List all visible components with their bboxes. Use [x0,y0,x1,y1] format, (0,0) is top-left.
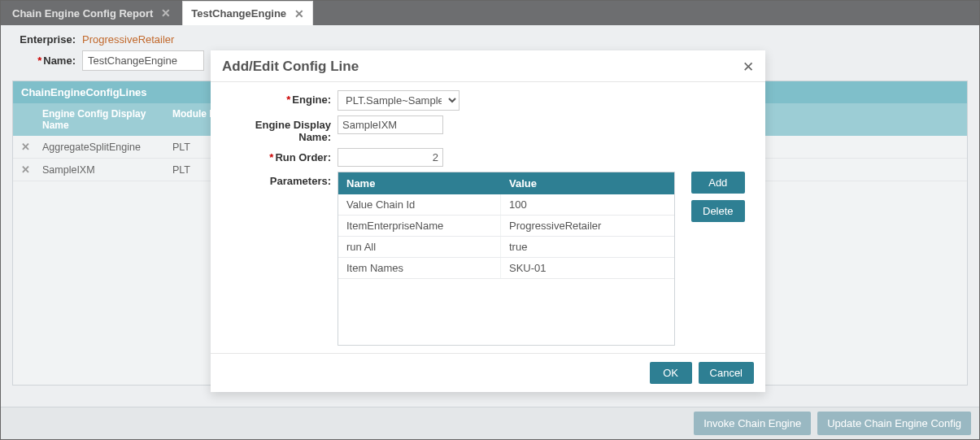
add-parameter-button[interactable]: Add [691,172,745,194]
dialog-footer: OK Cancel [211,353,765,392]
tab-bar: Chain Engine Config Report ✕ TestChangeE… [1,1,979,25]
delete-parameter-button[interactable]: Delete [691,200,745,222]
cell-display-name: AggregateSplitEngine [37,137,168,158]
field-enterprise: Enterprise: ProgressiveRetailer [12,33,968,46]
name-input[interactable] [82,50,204,71]
param-col-value[interactable]: Value [501,172,674,194]
label-parameters: Parameters: [224,172,338,187]
tab-testchangeengine[interactable]: TestChangeEngine ✕ [182,1,313,25]
add-edit-config-line-dialog: Add/Edit Config Line ✕ *Engine: PLT.Samp… [211,50,765,392]
close-icon[interactable]: ✕ [294,7,304,20]
table-row[interactable]: run All true [338,237,674,258]
dialog-body: *Engine: PLT.Sample~SampleCo Engine Disp… [211,82,765,353]
delete-row-icon[interactable]: ✕ [13,159,37,181]
label-engine: *Engine: [224,90,338,106]
table-row[interactable]: ItemEnterpriseName ProgressiveRetailer [338,216,674,237]
run-order-input[interactable] [338,148,443,167]
dialog-title: Add/Edit Config Line [222,59,359,75]
label-display-name: Engine Display Name: [224,115,338,143]
param-value: 100 [501,194,674,215]
app-window: Chain Engine Config Report ✕ TestChangeE… [0,0,980,440]
param-name: Value Chain Id [338,194,501,215]
engine-display-name-input[interactable] [338,115,443,134]
cancel-button[interactable]: Cancel [699,362,754,384]
param-name: ItemEnterpriseName [338,216,501,236]
cell-display-name: SampleIXM [37,159,168,181]
tab-label: Chain Engine Config Report [12,7,153,20]
parameters-actions: Add Delete [691,172,745,222]
update-chain-engine-config-button[interactable]: Update Chain Engine Config [817,412,971,435]
tab-label: TestChangeEngine [191,7,286,20]
param-name: run All [338,237,501,257]
param-value: true [501,237,674,257]
close-icon[interactable]: ✕ [743,60,754,74]
label-run-order: *Run Order: [224,148,338,163]
invoke-chain-engine-button[interactable]: Invoke Chain Engine [694,412,811,435]
close-icon[interactable]: ✕ [161,7,171,20]
dialog-titlebar: Add/Edit Config Line ✕ [211,50,765,82]
label-enterprise: Enterprise: [12,33,82,46]
engine-select[interactable]: PLT.Sample~SampleCo [338,90,460,111]
parameters-area: Name Value Value Chain Id 100 ItemEnterp… [338,172,745,346]
tab-config-report[interactable]: Chain Engine Config Report ✕ [4,1,179,25]
table-row[interactable]: Item Names SKU-01 [338,258,674,279]
param-value: SKU-01 [501,258,674,278]
label-name: *Name: [12,54,82,67]
value-enterprise: ProgressiveRetailer [82,33,174,46]
col-display-name[interactable]: Engine Config Display Name [37,103,168,136]
param-name: Item Names [338,258,501,278]
table-row[interactable]: Value Chain Id 100 [338,194,674,216]
ok-button[interactable]: OK [650,362,692,384]
delete-row-icon[interactable]: ✕ [13,136,37,158]
parameters-table: Name Value Value Chain Id 100 ItemEnterp… [338,172,675,346]
param-value: ProgressiveRetailer [501,216,674,236]
param-col-name[interactable]: Name [338,172,501,194]
bottom-bar: Invoke Chain Engine Update Chain Engine … [1,407,979,439]
parameters-header: Name Value [338,172,674,194]
